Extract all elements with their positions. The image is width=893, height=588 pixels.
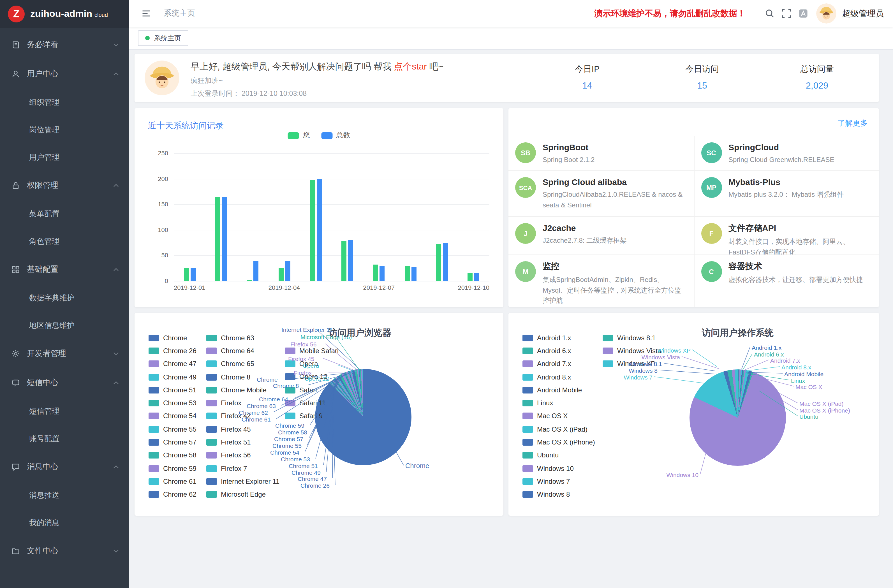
legend-label: Windows 8.1 xyxy=(617,334,655,341)
sidebar-item[interactable]: 文件中心 xyxy=(0,537,129,565)
legend-item[interactable]: Chrome 64 xyxy=(206,344,280,358)
y-axis-label: 150 xyxy=(147,201,168,208)
sidebar-subitem[interactable]: 组织管理 xyxy=(0,89,129,116)
legend-item[interactable]: Android 6.x xyxy=(522,344,595,358)
sidebar-subitem[interactable]: 短信管理 xyxy=(0,397,129,425)
sidebar-subitem[interactable]: 角色管理 xyxy=(0,227,129,255)
legend-item[interactable]: Firefox 45 xyxy=(206,423,280,436)
learn-more-link[interactable]: 了解更多 xyxy=(837,118,868,128)
legend-item[interactable]: Chrome 57 xyxy=(149,436,197,449)
sidebar-subitem[interactable]: 地区信息维护 xyxy=(0,312,129,339)
legend-item[interactable]: Chrome 54 xyxy=(149,410,197,423)
legend-label: Safari xyxy=(299,386,317,394)
legend-item[interactable]: Chrome 65 xyxy=(206,357,280,370)
os-pie-card: 访问用户操作系统 Android 1.xAndroid 6.xAndroid 7… xyxy=(508,313,879,516)
legend-item[interactable]: Mac OS X xyxy=(522,410,595,423)
sidebar-item[interactable]: 短信中心 xyxy=(0,368,129,397)
legend-item[interactable]: Chrome 58 xyxy=(149,449,197,462)
legend-item[interactable]: Chrome 63 xyxy=(206,331,280,344)
legend-item[interactable]: Chrome 47 xyxy=(149,357,197,370)
legend-item[interactable]: Firefox 51 xyxy=(206,436,280,449)
os-pie-chart xyxy=(690,369,786,466)
legend-swatch xyxy=(206,478,217,485)
tech-body: 监控集成SpringBootAdmin、Zipkin、Redis、Mysql、定… xyxy=(543,261,686,307)
sidebar-item[interactable]: 基础配置 xyxy=(0,255,129,284)
legend-swatch xyxy=(206,374,217,380)
pie-callout-label: Chrome 49 xyxy=(292,469,321,476)
legend-item[interactable]: Microsoft Edge xyxy=(206,488,280,501)
sidebar-subitem[interactable]: 账号配置 xyxy=(0,425,129,452)
star-link[interactable]: 点个star xyxy=(394,62,427,71)
sidebar-subitem[interactable]: 岗位管理 xyxy=(0,116,129,143)
legend-item[interactable]: Windows 8 xyxy=(522,488,595,501)
legend-item[interactable]: Linux xyxy=(522,397,595,410)
legend-item[interactable]: 总数 xyxy=(321,131,350,140)
legend-item[interactable]: Android 1.x xyxy=(522,331,595,344)
sidebar-subitem[interactable]: 数据字典维护 xyxy=(0,284,129,312)
legend-item[interactable]: Safari 11 xyxy=(285,396,338,409)
legend-item[interactable]: Chrome 55 xyxy=(149,423,197,436)
sidebar-item[interactable]: 权限管理 xyxy=(0,171,129,200)
username[interactable]: 超级管理员 xyxy=(842,8,884,19)
legend-item[interactable]: Chrome 26 xyxy=(149,344,197,358)
legend-item[interactable]: 您 xyxy=(288,131,310,140)
legend-column: ChromeChrome 26Chrome 47Chrome 49Chrome … xyxy=(149,331,197,501)
legend-swatch xyxy=(149,491,159,498)
legend-item[interactable]: Android 8.x xyxy=(522,370,595,384)
legend-item[interactable]: Mac OS X (iPhone) xyxy=(522,436,595,449)
legend-label: Microsoft Edge xyxy=(221,490,266,498)
app-root: Z zuihou-admincloud 务必详看用户中心组织管理岗位管理用户管理… xyxy=(0,0,893,588)
sidebar-subitem[interactable]: 消息推送 xyxy=(0,481,129,509)
greeting-main: 早上好, 超级管理员, 今天帮别人解决问题了吗 帮我 点个star 吧~ 疯狂加… xyxy=(191,61,443,99)
pie-callout-label: Opera 12 xyxy=(304,375,329,382)
legend-label: Android Mobile xyxy=(537,386,582,394)
tab-home[interactable]: 系统主页 xyxy=(138,30,188,46)
menu-fold-icon[interactable] xyxy=(138,5,155,22)
legend-label: Android 1.x xyxy=(537,334,571,341)
sidebar-item[interactable]: 开发者管理 xyxy=(0,339,129,368)
legend-label: Safari 11 xyxy=(299,399,326,407)
legend-item[interactable]: Chrome Mobile xyxy=(206,383,280,397)
legend-item[interactable]: Android 7.x xyxy=(522,357,595,370)
grid-line xyxy=(174,230,489,230)
bar xyxy=(468,273,473,281)
legend-item[interactable]: Internet Explorer 11 xyxy=(206,475,280,488)
fullscreen-icon[interactable] xyxy=(778,5,795,22)
legend-item[interactable]: Windows 7 xyxy=(522,475,595,488)
legend-label: Chrome 58 xyxy=(163,451,197,459)
user-avatar[interactable] xyxy=(816,3,836,24)
pie-callout-label: Chrome 64 xyxy=(259,396,288,403)
tech-desc: SpringCloudAlibaba2.1.0.RELEASE & nacos … xyxy=(543,189,686,210)
legend-item[interactable]: Chrome 61 xyxy=(149,475,197,488)
legend-item[interactable]: Windows 10 xyxy=(522,462,595,475)
legend-item[interactable]: Chrome xyxy=(149,331,197,344)
legend-item[interactable]: Chrome 62 xyxy=(149,488,197,501)
message-icon xyxy=(11,462,20,471)
legend-item[interactable]: Firefox 7 xyxy=(206,462,280,475)
tech-body: Spring Cloud alibabaSpringCloudAlibaba2.… xyxy=(543,177,686,217)
pie-callout-label: Chrome 61 xyxy=(242,416,271,423)
sidebar-item[interactable]: 务必详看 xyxy=(0,30,129,59)
pie-callout-label: Chrome xyxy=(405,462,429,470)
legend-item[interactable]: Android Mobile xyxy=(522,383,595,397)
legend-swatch xyxy=(522,361,533,367)
legend-item[interactable]: Windows 8.1 xyxy=(603,331,661,344)
bar xyxy=(348,240,353,281)
legend-item[interactable]: Chrome 49 xyxy=(149,370,197,384)
legend-item[interactable]: Mac OS X (iPad) xyxy=(522,423,595,436)
font-size-icon[interactable] xyxy=(795,5,812,22)
sidebar-subitem[interactable]: 我的消息 xyxy=(0,509,129,537)
legend-column: Android 1.xAndroid 6.xAndroid 7.xAndroid… xyxy=(522,331,595,501)
legend-item[interactable]: Chrome 59 xyxy=(149,462,197,475)
tech-desc: Spring Cloud Greenwich.RELEASE xyxy=(729,155,838,165)
sidebar-subitem[interactable]: 菜单配置 xyxy=(0,200,129,227)
legend-item[interactable]: Firefox 56 xyxy=(206,449,280,462)
legend-item[interactable]: Chrome 51 xyxy=(149,383,197,397)
legend-item[interactable]: Chrome 53 xyxy=(149,397,197,410)
sidebar-item[interactable]: 用户中心 xyxy=(0,59,129,89)
search-icon[interactable] xyxy=(761,5,778,22)
sidebar-subitem[interactable]: 用户管理 xyxy=(0,143,129,171)
legend-item[interactable]: Safari 9 xyxy=(285,409,338,423)
sidebar-item[interactable]: 消息中心 xyxy=(0,452,129,481)
legend-item[interactable]: Ubuntu xyxy=(522,449,595,462)
